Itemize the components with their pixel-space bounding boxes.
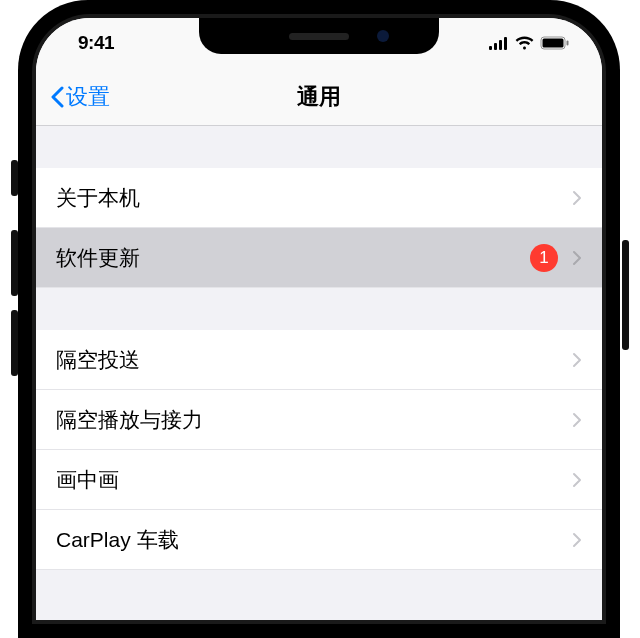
back-label: 设置 [66, 82, 110, 112]
svg-rect-6 [567, 41, 569, 46]
row-airplay-handoff[interactable]: 隔空播放与接力 [36, 390, 602, 450]
volume-up-button[interactable] [11, 230, 18, 296]
chevron-right-icon [572, 532, 582, 548]
cellular-icon [489, 37, 509, 50]
battery-icon [540, 36, 570, 50]
screen: 9:41 设置 通用 关于本机 [36, 18, 602, 620]
row-picture-in-picture[interactable]: 画中画 [36, 450, 602, 510]
svg-rect-1 [494, 43, 497, 50]
status-time: 9:41 [78, 32, 114, 54]
chevron-right-icon [572, 412, 582, 428]
phone-frame: 9:41 设置 通用 关于本机 [18, 0, 620, 638]
page-title: 通用 [297, 82, 341, 112]
volume-down-button[interactable] [11, 310, 18, 376]
status-icons [489, 36, 570, 50]
front-camera [377, 30, 389, 42]
svg-rect-2 [499, 40, 502, 50]
wifi-icon [515, 36, 534, 50]
nav-bar: 设置 通用 [36, 68, 602, 126]
back-button[interactable]: 设置 [50, 82, 110, 112]
notification-badge: 1 [530, 244, 558, 272]
silence-switch[interactable] [11, 160, 18, 196]
row-airdrop[interactable]: 隔空投送 [36, 330, 602, 390]
power-button[interactable] [622, 240, 629, 350]
group-gap [36, 126, 602, 168]
row-carplay[interactable]: CarPlay 车载 [36, 510, 602, 570]
row-label: CarPlay 车载 [56, 526, 572, 554]
row-label: 隔空播放与接力 [56, 406, 572, 434]
chevron-right-icon [572, 472, 582, 488]
row-software-update[interactable]: 软件更新 1 [36, 228, 602, 288]
chevron-right-icon [572, 250, 582, 266]
svg-rect-3 [504, 37, 507, 50]
phone-inner-frame: 9:41 设置 通用 关于本机 [32, 14, 606, 624]
speaker [289, 33, 349, 40]
row-label: 软件更新 [56, 244, 530, 272]
chevron-left-icon [50, 86, 64, 108]
row-label: 关于本机 [56, 184, 572, 212]
svg-rect-5 [543, 39, 564, 48]
content: 关于本机 软件更新 1 隔空投送 隔空播放与接力 [36, 126, 602, 570]
group-gap [36, 288, 602, 330]
row-label: 隔空投送 [56, 346, 572, 374]
row-about[interactable]: 关于本机 [36, 168, 602, 228]
chevron-right-icon [572, 352, 582, 368]
chevron-right-icon [572, 190, 582, 206]
row-label: 画中画 [56, 466, 572, 494]
notch [199, 18, 439, 54]
svg-rect-0 [489, 46, 492, 50]
